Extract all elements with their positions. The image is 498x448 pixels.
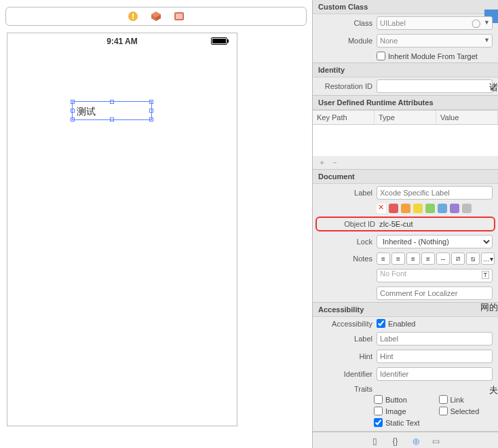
swatch-red[interactable]	[389, 204, 398, 213]
col-value[interactable]: Value	[436, 111, 498, 124]
scene-icon[interactable]	[174, 11, 185, 22]
traits-label: Traits	[318, 385, 372, 393]
status-bar-time: 9:41 AM	[107, 37, 138, 46]
align-center-icon[interactable]: ≡	[391, 253, 405, 265]
enabled-text: Enabled	[388, 320, 415, 328]
section-header: Document	[313, 170, 498, 184]
trait-static-text-checkbox[interactable]	[374, 418, 383, 427]
svg-rect-7	[176, 14, 183, 19]
class-label: Class	[318, 19, 372, 27]
selected-uilabel[interactable]: 测试	[72, 101, 152, 120]
more-icon[interactable]: …▾	[481, 253, 495, 265]
acc-identifier-label: Identifier	[318, 370, 372, 378]
trait-selected-label: Selected	[451, 407, 480, 415]
battery-icon	[211, 37, 227, 45]
canvas-toolbar	[5, 7, 307, 26]
dash-icon[interactable]: --	[436, 253, 450, 265]
col-type[interactable]: Type	[375, 111, 436, 124]
swatch-blue[interactable]	[438, 204, 447, 213]
accessibility-label: Accessibility	[318, 320, 372, 328]
module-label: Module	[318, 37, 372, 45]
acc-hint-field[interactable]	[377, 350, 493, 363]
trait-image-checkbox[interactable]	[374, 407, 383, 415]
align-left-icon[interactable]: ≡	[377, 253, 390, 265]
trait-button-label: Button	[385, 396, 407, 404]
library-tab-bar: ▯ {} ◎ ▭	[313, 432, 498, 448]
acc-label-label: Label	[318, 335, 372, 343]
file-template-icon[interactable]: ▯	[370, 436, 381, 446]
section-header: Identity	[313, 63, 498, 77]
object-id-label: Object ID	[321, 220, 375, 228]
section-header: Accessibility	[313, 303, 498, 317]
swatch-none[interactable]	[377, 204, 386, 213]
status-bar: 9:41 AM	[7, 37, 237, 45]
inherit-module-checkbox[interactable]	[377, 52, 385, 60]
document-label-field[interactable]	[377, 186, 493, 200]
runtime-attrs-table-body[interactable]	[313, 125, 498, 156]
col-keypath[interactable]: Key Path	[313, 111, 375, 124]
module-field[interactable]	[377, 34, 493, 48]
label-color-swatches	[377, 204, 493, 213]
acc-label-field[interactable]	[377, 332, 493, 346]
cube-icon[interactable]	[151, 11, 161, 22]
trait-static-text-label: Static Text	[385, 419, 420, 427]
font-picker-icon[interactable]: T	[482, 271, 490, 279]
remove-attribute-button[interactable]: －	[331, 157, 339, 168]
trait-link-label: Link	[451, 396, 464, 404]
acc-identifier-field[interactable]	[377, 367, 493, 381]
trait-link-checkbox[interactable]	[439, 395, 448, 404]
localizer-comment-field[interactable]	[377, 286, 493, 300]
section-header: Custom Class	[313, 0, 498, 14]
cropped-text: 网的	[480, 301, 498, 314]
runtime-attributes-section: User Defined Runtime Attributes Key Path…	[313, 96, 498, 170]
object-id-value: zIc-5E-cut	[379, 220, 490, 228]
swatch-green[interactable]	[425, 204, 435, 213]
accessibility-section: Accessibility Accessibility Enabled Labe…	[313, 303, 498, 432]
code-snippet-icon[interactable]: {}	[390, 436, 401, 446]
svg-rect-2	[132, 18, 134, 19]
chevron-down-icon[interactable]: ▼	[484, 37, 490, 43]
document-section: Document Label Object ID zIc-5E-cut	[313, 170, 498, 303]
class-circle-icon[interactable]: ◯	[472, 18, 480, 28]
accessibility-enabled-checkbox[interactable]	[377, 319, 385, 328]
swatch-purple[interactable]	[450, 204, 459, 213]
trait-button-checkbox[interactable]	[374, 395, 383, 404]
trait-selected-checkbox[interactable]	[439, 407, 448, 415]
object-id-highlight: Object ID zIc-5E-cut	[315, 217, 495, 231]
document-label-label: Label	[318, 189, 372, 197]
swatch-yellow[interactable]	[413, 204, 423, 213]
identity-inspector-panel: Custom Class Class ◯ ▼ Module ▼ Inherit …	[312, 0, 498, 448]
cropped-text: 夫	[489, 384, 498, 396]
add-attribute-button[interactable]: ＋	[318, 157, 326, 168]
svg-rect-1	[132, 14, 134, 17]
align-right-icon[interactable]: ≡	[406, 253, 420, 265]
object-library-icon[interactable]: ◎	[410, 436, 421, 446]
device-simulator-view[interactable]: 9:41 AM 测试	[7, 33, 237, 426]
align-justify-icon[interactable]: ≡	[421, 253, 435, 265]
runtime-attrs-table-header: Key Path Type Value	[313, 110, 498, 125]
warning-icon[interactable]	[128, 11, 138, 22]
identity-section: Identity Restoration ID	[313, 63, 498, 96]
swatch-orange[interactable]	[401, 204, 410, 213]
swatch-gray[interactable]	[462, 204, 472, 213]
restoration-id-field[interactable]	[377, 79, 493, 93]
media-library-icon[interactable]: ▭	[431, 436, 442, 446]
chevron-down-icon[interactable]: ▼	[484, 19, 490, 26]
notes-label: Notes	[318, 255, 372, 263]
custom-class-section: Custom Class Class ◯ ▼ Module ▼ Inherit …	[313, 0, 498, 63]
lock-label: Lock	[318, 238, 372, 246]
diag-2-icon[interactable]: ⧅	[466, 253, 480, 265]
font-box[interactable]: No Font	[377, 269, 493, 282]
notes-toolbar: ≡ ≡ ≡ ≡ -- ⧄ ⧅ …▾	[377, 253, 495, 265]
restoration-id-label: Restoration ID	[318, 82, 372, 90]
cropped-text: 诸	[489, 81, 498, 94]
section-header: User Defined Runtime Attributes	[313, 96, 498, 110]
diag-1-icon[interactable]: ⧄	[451, 253, 465, 265]
interface-builder-canvas[interactable]: 9:41 AM 测试	[0, 0, 312, 448]
lock-select[interactable]: Inherited - (Nothing)	[377, 235, 493, 248]
acc-hint-label: Hint	[318, 352, 372, 360]
inherit-module-label: Inherit Module From Target	[388, 52, 478, 60]
trait-image-label: Image	[385, 407, 406, 415]
